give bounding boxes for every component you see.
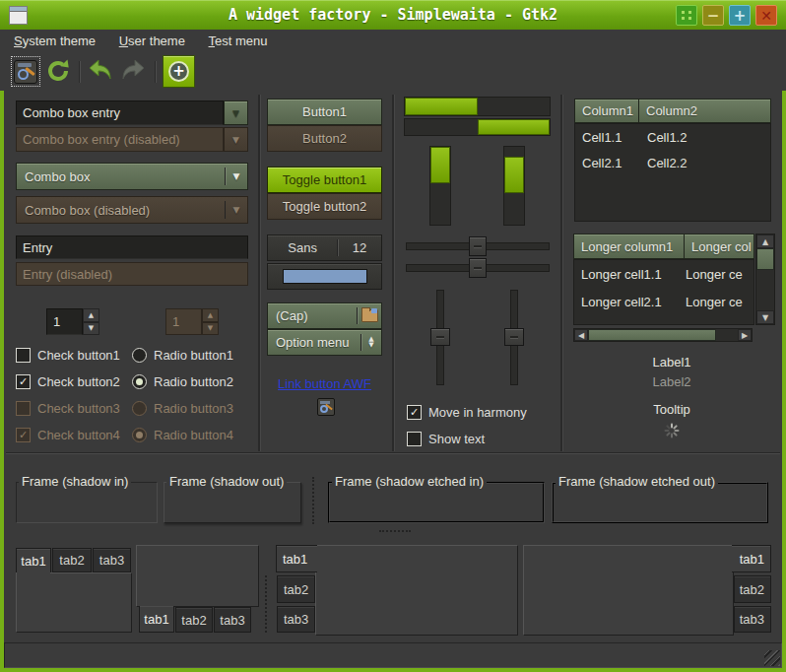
- minimize-icon: −: [707, 7, 720, 25]
- menu-system-theme[interactable]: System theme: [4, 30, 105, 52]
- checkbox-2-checked[interactable]: ✓: [16, 374, 31, 389]
- dots-icon: [682, 11, 691, 21]
- frame-shadow-etched-out: Frame (shadow etched out): [552, 482, 768, 523]
- tab-top-3[interactable]: tab3: [93, 548, 131, 572]
- color-button[interactable]: [267, 263, 382, 290]
- hscale-2[interactable]: [406, 258, 550, 278]
- tree2-row[interactable]: Longer cell2.1 Longer ce: [574, 288, 753, 315]
- tab-left-3[interactable]: tab3: [277, 606, 315, 633]
- radio-2-checked[interactable]: [132, 374, 147, 389]
- font-button[interactable]: Sans 12: [267, 235, 382, 261]
- menu-test-menu[interactable]: Test menu: [199, 30, 278, 52]
- vscale-1-handle[interactable]: [430, 328, 450, 346]
- window-icon[interactable]: [9, 6, 28, 25]
- hscale-2-handle[interactable]: [469, 258, 487, 278]
- tab-right-1-active[interactable]: tab1: [732, 545, 771, 572]
- vertical-scrollbar[interactable]: ▲ ▼: [755, 234, 775, 325]
- tab-bottom-2[interactable]: tab2: [175, 607, 213, 633]
- vertical-dotted-separator: [265, 575, 267, 633]
- tree2-header-column1[interactable]: Longer column1: [573, 234, 685, 259]
- entry[interactable]: Entry: [16, 235, 248, 259]
- combo-dropdown-button-disabled: ▼: [224, 127, 248, 152]
- spin-up-button[interactable]: ▲: [83, 308, 99, 322]
- toolbar-redo-button: [119, 57, 147, 83]
- spin-value[interactable]: 1: [46, 308, 83, 335]
- checkbox-1[interactable]: [16, 348, 31, 363]
- tree1-header-column1[interactable]: Column1: [574, 99, 639, 123]
- scroll-down-button[interactable]: ▼: [756, 310, 774, 324]
- radio-4-disabled-checked: [132, 428, 147, 442]
- horizontal-scroll-thumb[interactable]: [588, 329, 716, 341]
- close-button[interactable]: ✕: [755, 5, 777, 26]
- horizontal-separator: [6, 452, 780, 453]
- tree1-row[interactable]: Cell2.1 Cell2.2: [575, 150, 770, 175]
- tab-bottom-1-active[interactable]: tab1: [139, 606, 174, 633]
- progressbar-v1: [429, 146, 451, 226]
- maximize-icon: +: [734, 7, 747, 25]
- scroll-up-button[interactable]: ▲: [756, 235, 774, 248]
- tree2-row-clipped[interactable]: Longer cell3.1 Longer ce: [574, 315, 753, 325]
- tab-right-3[interactable]: tab3: [734, 606, 771, 633]
- toolbar: [0, 55, 786, 91]
- vscale-2[interactable]: [504, 290, 524, 385]
- tree2-row[interactable]: Longer cell1.1 Longer ce: [574, 260, 753, 288]
- arrow-down-icon: ▼: [762, 313, 768, 322]
- link-button[interactable]: Link button AWF: [267, 376, 382, 391]
- tree2-header-column2[interactable]: Longer col: [685, 234, 754, 259]
- resize-grip[interactable]: [764, 650, 780, 666]
- file-chooser-button[interactable]: (Cap): [267, 302, 382, 329]
- menubar: System theme User theme Test menu: [0, 30, 786, 55]
- vscale-2-handle[interactable]: [504, 328, 524, 346]
- minimize-button[interactable]: −: [702, 5, 724, 26]
- check-radio-row: ✓ Check button2 Radio button2: [16, 371, 233, 391]
- vertical-scroll-thumb[interactable]: [756, 248, 774, 270]
- button1[interactable]: Button1: [267, 99, 382, 125]
- arrow-down-icon: ▼: [202, 322, 219, 336]
- combo-box-entry[interactable]: Combo box entry ▼: [16, 101, 248, 125]
- titlebar[interactable]: A widget factory - Simplewaita - Gtk2 − …: [0, 0, 786, 30]
- combo-entry-text[interactable]: Combo box entry: [16, 101, 224, 125]
- toolbar-add-button[interactable]: +: [163, 55, 195, 88]
- tab-bottom-3[interactable]: tab3: [214, 607, 251, 633]
- notebook-body: [136, 545, 259, 607]
- scroll-right-button[interactable]: ▶: [738, 329, 752, 341]
- hscale-1-handle[interactable]: [469, 236, 487, 256]
- up-down-arrows-icon: ▲▼: [361, 337, 381, 348]
- horizontal-scrollbar[interactable]: ◀ ▶: [573, 328, 753, 342]
- toggle-button1-active[interactable]: Toggle button1: [267, 167, 382, 193]
- hscale-1[interactable]: [406, 236, 550, 256]
- check-radio-row: ✓ Check button4 Radio button4: [16, 425, 233, 444]
- spin-button[interactable]: 1 ▲ ▼: [46, 308, 99, 335]
- combo-dropdown-button[interactable]: ▼: [224, 101, 248, 125]
- show-text-checkbox[interactable]: [407, 432, 422, 446]
- spin-down-button[interactable]: ▼: [83, 322, 99, 336]
- tab-top-1-active[interactable]: tab1: [16, 548, 51, 573]
- toolbar-app-button[interactable]: [11, 56, 40, 87]
- tree1-header-column2[interactable]: Column2: [639, 99, 771, 123]
- window-dots-button[interactable]: [676, 5, 697, 26]
- tab-left-2[interactable]: tab2: [277, 575, 315, 603]
- notebook-body: [523, 545, 734, 636]
- option-menu[interactable]: Option menu ▲▼: [267, 329, 382, 356]
- vscale-1[interactable]: [430, 290, 450, 385]
- radio-1[interactable]: [132, 348, 147, 363]
- toolbar-separator: [79, 61, 80, 83]
- menu-user-theme[interactable]: User theme: [109, 30, 195, 52]
- chevron-down-icon: ▼: [226, 171, 247, 181]
- toolbar-undo-button[interactable]: [87, 57, 114, 83]
- tab-right-2[interactable]: tab2: [734, 575, 771, 603]
- chevron-down-icon: ▼: [226, 205, 247, 215]
- combo-box-entry-disabled: Combo box entry (disabled) ▼: [16, 127, 248, 152]
- scroll-left-button[interactable]: ◀: [574, 329, 588, 341]
- combo-box[interactable]: Combo box ▼: [16, 163, 248, 190]
- vertical-dotted-separator: [312, 477, 314, 524]
- tree1-row[interactable]: Cell1.1 Cell1.2: [575, 124, 770, 150]
- column-separator: [392, 95, 394, 451]
- tab-top-2[interactable]: tab2: [52, 548, 92, 572]
- move-in-harmony-checkbox[interactable]: ✓: [407, 405, 422, 420]
- toolbar-refresh-button[interactable]: [44, 57, 72, 85]
- tab-left-1-active[interactable]: tab1: [276, 545, 317, 572]
- maximize-button[interactable]: +: [729, 5, 751, 26]
- spin-button-disabled: 1 ▲ ▼: [165, 308, 219, 335]
- toggle-button2[interactable]: Toggle button2: [267, 193, 382, 220]
